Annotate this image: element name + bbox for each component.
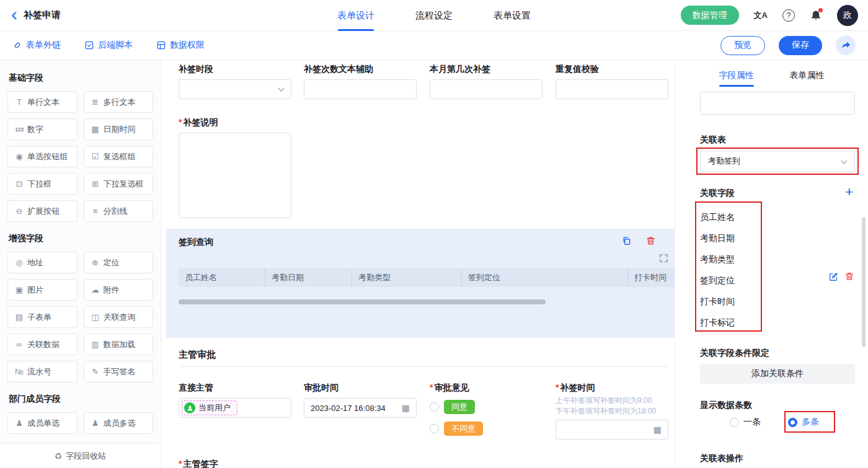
translate-icon[interactable]: 文A <box>754 10 768 21</box>
field-type-member-single[interactable]: ♟成员单选 <box>7 412 78 434</box>
list-item[interactable]: 员工姓名 <box>700 206 735 227</box>
share-button[interactable] <box>836 35 856 55</box>
tab-form-design[interactable]: 表单设计 <box>337 0 374 31</box>
tab-form-setting[interactable]: 表单设置 <box>494 0 531 31</box>
truncated-input[interactable] <box>700 92 855 115</box>
approve-time-input[interactable]: 2023-02-17 16:08:34 ▦ <box>304 398 417 418</box>
list-item[interactable]: 打卡标记 <box>700 312 735 333</box>
field-month-count[interactable]: 本月第几次补签 <box>430 64 542 99</box>
field-type-single-line-text[interactable]: T单行文本 <box>7 91 78 113</box>
field-type-image[interactable]: ▣图片 <box>7 279 78 301</box>
sign-time-input[interactable]: ▦ <box>556 420 668 439</box>
copy-icon[interactable] <box>621 236 632 246</box>
sign-period-select[interactable] <box>179 79 291 99</box>
list-item[interactable]: 打卡时间 <box>700 291 735 312</box>
help-icon[interactable]: ? <box>782 9 795 22</box>
column-header: 打卡时间 <box>628 268 675 287</box>
option-single-row-label: 一条 <box>743 417 761 428</box>
field-type-extend-button[interactable]: ⊖扩展按钮 <box>7 200 78 222</box>
tab-flow-setting[interactable]: 流程设定 <box>415 0 453 31</box>
query-table-header: 员工姓名 考勤日期 考勤类型 签到定位 打卡时间 <box>179 268 675 287</box>
delete-icon[interactable] <box>645 236 656 246</box>
field-type-radio-group[interactable]: ◉单选按钮组 <box>7 146 78 167</box>
link-icon <box>12 40 22 50</box>
extend-button-icon: ⊖ <box>14 206 25 216</box>
option-multi-row[interactable]: 多条 <box>788 417 819 428</box>
field-recycle-bin[interactable]: ♻ 字段回收站 <box>0 443 161 468</box>
tab-form-properties[interactable]: 表单属性 <box>790 70 825 87</box>
field-direct-manager[interactable]: 直接主管 当前用户 <box>179 382 291 418</box>
horizontal-scrollbar[interactable] <box>179 299 546 304</box>
field-type-number[interactable]: 123数字 <box>7 118 78 140</box>
field-sign-count-helper[interactable]: 补签次数文本辅助 <box>304 64 417 99</box>
save-button[interactable]: 保存 <box>779 36 822 55</box>
field-type-datetime[interactable]: ▦日期时间 <box>84 118 154 140</box>
agree-tag: 同意 <box>444 400 475 414</box>
field-type-handwritten-signature[interactable]: ✎手写签名 <box>84 361 154 382</box>
list-item[interactable]: 签到定位 <box>700 270 735 291</box>
preview-button[interactable]: 预览 <box>720 36 765 55</box>
field-type-divider[interactable]: ≡分割线 <box>84 200 154 222</box>
vertical-scrollbar[interactable] <box>862 217 866 347</box>
number-icon: 123 <box>14 126 25 133</box>
sign-count-helper-input[interactable] <box>304 79 417 99</box>
expand-icon[interactable] <box>659 254 668 263</box>
field-type-related-query[interactable]: ◫关联查询 <box>84 306 154 328</box>
edit-icon[interactable] <box>828 272 838 281</box>
field-type-address[interactable]: ◎地址 <box>7 252 78 273</box>
field-type-label: 下拉复选框 <box>104 179 144 190</box>
radio-multi-row-checked[interactable] <box>788 418 797 427</box>
field-label: 补签时段 <box>179 64 291 74</box>
duplicate-check-input[interactable] <box>556 79 668 99</box>
field-sign-time[interactable]: *补签时间 上午补签填写补签时间为9:00 下午补签填写补签时间为18:00 ▦ <box>556 382 668 439</box>
option-multi-row-label: 多条 <box>802 417 819 428</box>
back-icon[interactable]: ‹ <box>11 7 17 22</box>
field-type-multi-line-text[interactable]: ≣多行文本 <box>84 91 154 113</box>
field-type-select[interactable]: ⊡下拉框 <box>7 173 78 195</box>
field-type-attachment[interactable]: ☁附件 <box>84 279 154 301</box>
field-label: *补签时间 <box>556 382 668 392</box>
field-approve-opinion[interactable]: *审批意见 同意 不同意 <box>430 382 554 436</box>
radio-single-row[interactable] <box>730 418 739 427</box>
field-type-member-multi[interactable]: ♟成员多选 <box>84 412 154 434</box>
field-sign-period[interactable]: 补签时段 <box>179 64 291 99</box>
related-table-select[interactable]: 考勤签到 <box>700 151 855 172</box>
radio-agree[interactable] <box>430 402 439 412</box>
field-type-subform[interactable]: ▤子表单 <box>7 306 78 328</box>
field-sign-note[interactable]: *补签说明 <box>179 117 291 218</box>
month-count-input[interactable] <box>430 79 542 99</box>
list-item[interactable]: 考勤类型 <box>700 249 735 270</box>
option-single-row[interactable]: 一条 <box>730 417 761 428</box>
user-avatar-icon <box>184 402 195 413</box>
field-type-serial-number[interactable]: №流水号 <box>7 361 78 382</box>
tab-field-properties[interactable]: 字段属性 <box>719 70 754 87</box>
field-duplicate-check[interactable]: 重复值校验 <box>556 64 668 99</box>
notification-bell-icon[interactable] <box>810 9 822 22</box>
backend-script-link[interactable]: 后端脚本 <box>84 40 133 51</box>
current-user-tag[interactable]: 当前用户 <box>182 400 237 415</box>
field-type-multi-select-dropdown[interactable]: ⊞下拉复选框 <box>84 173 154 195</box>
radio-disagree[interactable] <box>430 424 439 433</box>
add-condition-button[interactable]: 添加关联条件 <box>700 364 855 384</box>
field-type-label: 复选框组 <box>104 151 136 162</box>
field-type-data-load[interactable]: ▥数据加载 <box>84 333 154 355</box>
field-type-related-data[interactable]: ∞关联数据 <box>7 333 78 355</box>
field-label: 本月第几次补签 <box>430 64 542 74</box>
field-type-checkbox-group[interactable]: ☑复选框组 <box>84 146 154 167</box>
delete-icon[interactable] <box>844 272 854 281</box>
sign-note-textarea[interactable] <box>179 133 291 218</box>
field-approve-time[interactable]: 审批时间 2023-02-17 16:08:34 ▦ <box>304 382 417 418</box>
field-type-location[interactable]: ⊕定位 <box>84 252 154 273</box>
calendar-icon: ▦ <box>653 425 662 435</box>
sign-query-block-selected[interactable]: 签到查询 员工姓名 考勤日期 考勤类型 签到定位 打卡时间 <box>166 229 675 338</box>
data-permission-link[interactable]: 数据权限 <box>156 40 205 51</box>
direct-manager-input[interactable]: 当前用户 <box>179 398 291 418</box>
field-type-label: 单行文本 <box>27 97 60 108</box>
field-manager-signature[interactable]: *主管签字 <box>179 459 291 468</box>
form-external-link[interactable]: 表单外链 <box>12 40 61 51</box>
data-manage-button[interactable]: 数据管理 <box>681 6 739 25</box>
avatar[interactable]: 政 <box>837 5 858 26</box>
field-label: 补签次数文本辅助 <box>304 64 417 74</box>
add-field-icon[interactable]: + <box>845 185 853 199</box>
list-item[interactable]: 考勤日期 <box>700 227 735 249</box>
